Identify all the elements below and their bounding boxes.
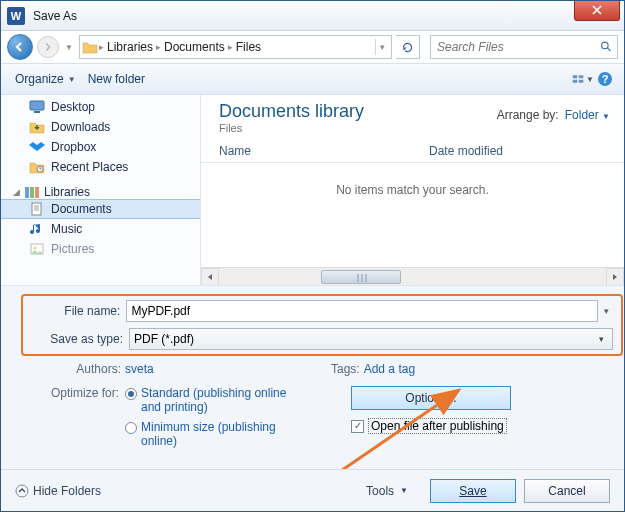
chevron-up-icon <box>15 484 29 498</box>
chevron-down-icon[interactable]: ▾ <box>375 39 389 55</box>
chevron-down-icon: ▼ <box>602 112 610 121</box>
sidebar-item-label: Dropbox <box>51 140 96 154</box>
cancel-button[interactable]: Cancel <box>524 479 610 503</box>
address-bar[interactable]: ▸ Libraries ▸ Documents ▸ Files ▾ <box>79 35 392 59</box>
grip-icon <box>322 271 402 285</box>
file-area: Documents library Arrange by: Folder ▼ F… <box>201 95 624 285</box>
save-button[interactable]: Save <box>430 479 516 503</box>
open-after-label: Open file after publishing <box>368 418 507 434</box>
refresh-icon <box>401 41 414 54</box>
desktop-icon <box>29 100 45 114</box>
checkbox-icon <box>351 420 364 433</box>
sidebar-item-pictures[interactable]: Pictures <box>1 239 200 259</box>
recent-icon <box>29 160 45 174</box>
view-options-button[interactable]: ▼ <box>572 68 594 90</box>
tools-menu[interactable]: Tools ▼ <box>366 484 408 498</box>
file-name-input[interactable] <box>126 300 598 322</box>
optimize-standard-radio[interactable]: Standard (publishing online and printing… <box>125 386 291 414</box>
options-button[interactable]: Options... <box>351 386 511 410</box>
back-button[interactable] <box>7 34 33 60</box>
chevron-down-icon: ▾ <box>595 334 608 344</box>
sidebar-item-recent[interactable]: Recent Places <box>1 157 200 177</box>
highlight-annotation: File name: ▾ Save as type: PDF (*.pdf) ▾ <box>21 294 623 356</box>
scroll-right-button[interactable] <box>606 268 624 286</box>
save-type-dropdown[interactable]: PDF (*.pdf) ▾ <box>129 328 613 350</box>
arrange-by-value[interactable]: Folder ▼ <box>565 108 610 122</box>
svg-rect-2 <box>579 75 584 78</box>
search-icon <box>600 40 613 54</box>
breadcrumb-item[interactable]: Files <box>234 40 263 54</box>
refresh-button[interactable] <box>396 35 420 59</box>
authors-value[interactable]: sveta <box>125 362 154 376</box>
help-icon: ? <box>597 71 613 87</box>
footer: Hide Folders Tools ▼ Save Cancel <box>1 469 624 511</box>
location-title: Documents library <box>219 101 364 122</box>
hide-folders-button[interactable]: Hide Folders <box>15 484 101 498</box>
column-date[interactable]: Date modified <box>429 144 503 158</box>
svg-rect-13 <box>32 203 41 215</box>
sidebar: Desktop Downloads Dropbox Recent Places … <box>1 95 201 285</box>
scroll-left-button[interactable] <box>201 268 219 286</box>
history-dropdown[interactable]: ▼ <box>63 36 75 58</box>
chevron-down-icon: ▼ <box>400 486 408 495</box>
optimize-standard-label: Standard (publishing online and printing… <box>141 386 291 414</box>
radio-icon <box>125 422 137 434</box>
column-headers[interactable]: Name Date modified <box>201 140 624 163</box>
window-title: Save As <box>33 9 574 23</box>
search-box[interactable] <box>430 35 618 59</box>
body: Desktop Downloads Dropbox Recent Places … <box>1 95 624 285</box>
sidebar-item-label: Documents <box>51 202 112 216</box>
sidebar-group-label: Libraries <box>44 185 90 199</box>
sidebar-item-label: Music <box>51 222 82 236</box>
sidebar-item-music[interactable]: Music <box>1 219 200 239</box>
scrollbar-thumb[interactable] <box>321 270 401 284</box>
new-folder-button[interactable]: New folder <box>82 68 151 90</box>
svg-point-16 <box>16 485 28 497</box>
tags-label: Tags: <box>324 362 364 376</box>
optimize-minimum-radio[interactable]: Minimum size (publishing online) <box>125 420 291 448</box>
sidebar-item-documents[interactable]: Documents <box>1 199 200 219</box>
horizontal-scrollbar[interactable] <box>201 267 624 285</box>
toolbar: Organize ▼ New folder ▼ ? <box>1 63 624 95</box>
sidebar-item-label: Recent Places <box>51 160 128 174</box>
column-name[interactable]: Name <box>219 144 429 158</box>
chevron-right-icon: ▸ <box>227 42 234 52</box>
documents-icon <box>29 202 45 216</box>
organize-menu[interactable]: Organize ▼ <box>9 68 82 90</box>
close-icon <box>592 5 602 15</box>
sidebar-item-dropbox[interactable]: Dropbox <box>1 137 200 157</box>
svg-point-0 <box>602 42 608 48</box>
empty-message: No items match your search. <box>201 163 624 217</box>
forward-button[interactable] <box>37 36 59 58</box>
tags-value[interactable]: Add a tag <box>364 362 415 376</box>
svg-rect-3 <box>573 80 578 83</box>
chevron-down-icon[interactable]: ▾ <box>598 306 615 316</box>
svg-rect-7 <box>30 101 44 110</box>
breadcrumb-item[interactable]: Documents <box>162 40 227 54</box>
expand-icon: ◢ <box>13 187 20 197</box>
svg-rect-12 <box>35 187 39 198</box>
authors-label: Authors: <box>45 362 125 376</box>
sidebar-item-downloads[interactable]: Downloads <box>1 117 200 137</box>
triangle-left-icon <box>206 273 214 281</box>
help-button[interactable]: ? <box>594 68 616 90</box>
sidebar-item-desktop[interactable]: Desktop <box>1 97 200 117</box>
music-icon <box>29 222 45 236</box>
location-subtitle: Files <box>201 122 624 134</box>
close-button[interactable] <box>574 1 620 21</box>
open-after-checkbox[interactable]: Open file after publishing <box>351 418 511 434</box>
hide-folders-label: Hide Folders <box>33 484 101 498</box>
arrow-left-icon <box>14 41 26 53</box>
breadcrumb-item[interactable]: Libraries <box>105 40 155 54</box>
chevron-right-icon: ▸ <box>98 42 105 52</box>
sidebar-group-libraries[interactable]: ◢ Libraries <box>1 185 200 199</box>
libraries-icon <box>24 185 40 199</box>
radio-icon <box>125 388 137 400</box>
new-folder-label: New folder <box>88 72 145 86</box>
search-input[interactable] <box>435 39 600 55</box>
svg-rect-8 <box>34 111 40 113</box>
optimize-minimum-label: Minimum size (publishing online) <box>141 420 291 448</box>
downloads-icon <box>29 120 45 134</box>
nav-bar: ▼ ▸ Libraries ▸ Documents ▸ Files ▾ <box>1 31 624 63</box>
arrow-right-icon <box>43 42 53 52</box>
